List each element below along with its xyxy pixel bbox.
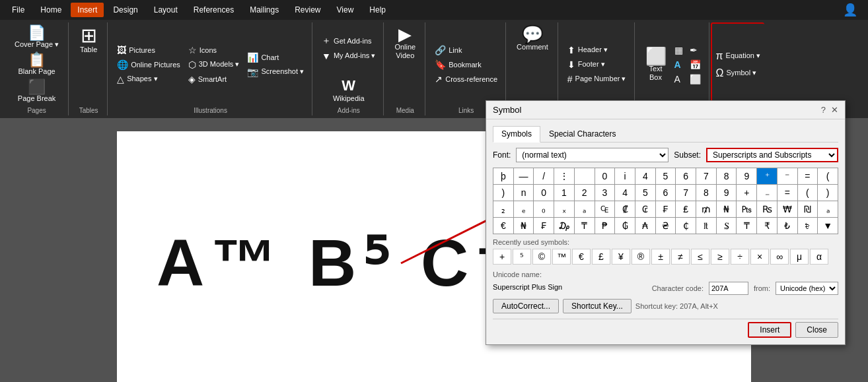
sym-cell[interactable]: ₦: [514, 218, 534, 234]
sym-cell[interactable]: ₋: [757, 185, 777, 201]
menu-view[interactable]: View: [330, 3, 361, 17]
sym-cell[interactable]: ⁻: [778, 168, 797, 184]
sym-cell[interactable]: ₷: [717, 218, 737, 234]
symbol-button[interactable]: ΩSymbol ▾: [713, 66, 764, 80]
cover-page-button[interactable]: 📄Cover Page ▾: [11, 24, 63, 51]
sym-cell[interactable]: 5: [656, 168, 676, 184]
sym-cell[interactable]: ₳: [635, 218, 655, 234]
cross-reference-button[interactable]: ↗Cross-reference: [432, 73, 500, 86]
page-number-button[interactable]: #Page Number ▾: [565, 73, 629, 86]
recent-sym[interactable]: ≤: [691, 249, 709, 265]
autocorrect-button[interactable]: AutoCorrect...: [493, 299, 559, 313]
sym-cell[interactable]: 6: [656, 185, 676, 201]
sym-cell[interactable]: ₯: [554, 218, 574, 234]
menu-home[interactable]: Home: [34, 3, 68, 17]
sym-cell[interactable]: =: [778, 185, 797, 201]
sym-cell[interactable]: (: [818, 168, 838, 184]
link-button[interactable]: 🔗Link: [432, 44, 500, 57]
footer-button[interactable]: ⬇Footer ▾: [565, 58, 629, 71]
smartart-button[interactable]: ◈SmartArt: [186, 73, 242, 86]
sym-cell[interactable]: 7: [676, 185, 696, 201]
sym-cell[interactable]: 4: [635, 168, 655, 184]
sym-cell[interactable]: —: [514, 168, 534, 184]
recent-sym[interactable]: ÷: [731, 249, 749, 265]
sym-cell[interactable]: ₪: [798, 201, 818, 217]
sym-cell[interactable]: ₡: [615, 201, 635, 217]
shortcut-key-button[interactable]: Shortcut Key...: [563, 299, 632, 313]
menu-insert[interactable]: Insert: [71, 3, 104, 17]
dialog-close-button[interactable]: ✕: [831, 105, 838, 115]
sym-cell[interactable]: ₱: [595, 218, 615, 234]
dialog-help-button[interactable]: ?: [821, 105, 826, 115]
sym-cell[interactable]: 6: [676, 168, 696, 184]
sym-cell[interactable]: ₲: [615, 218, 635, 234]
sym-cell[interactable]: 8: [717, 168, 737, 184]
sym-cell[interactable]: =: [798, 168, 818, 184]
sym-cell[interactable]: ₠: [595, 201, 615, 217]
sym-cell[interactable]: ₸: [737, 218, 756, 234]
recent-sym[interactable]: ×: [750, 249, 769, 265]
sym-cell[interactable]: ₐ: [818, 201, 838, 217]
sym-cell[interactable]: 8: [696, 185, 716, 201]
recent-sym[interactable]: ¥: [612, 249, 630, 265]
shapes-button[interactable]: △Shapes ▾: [114, 73, 183, 86]
font-select[interactable]: (normal text): [516, 148, 669, 162]
recent-sym[interactable]: ©: [532, 249, 551, 265]
sym-cell[interactable]: ₴: [656, 218, 676, 234]
recent-sym[interactable]: α: [810, 249, 828, 265]
screenshot-button[interactable]: 📷Screenshot ▾: [244, 65, 307, 79]
sym-cell[interactable]: 9: [737, 168, 756, 184]
online-video-button[interactable]: ▶OnlineVideo: [390, 24, 419, 62]
equation-button[interactable]: πEquation ▾: [713, 49, 764, 63]
from-select[interactable]: Unicode (hex): [776, 282, 838, 295]
sym-cell[interactable]: (: [798, 185, 818, 201]
menu-mailings[interactable]: Mailings: [243, 3, 285, 17]
header-button[interactable]: ⬆Header ▾: [565, 44, 629, 57]
tab-special-characters[interactable]: Special Characters: [540, 126, 624, 142]
menu-design[interactable]: Design: [106, 3, 144, 17]
wikipedia-button[interactable]: WWikipedia: [329, 75, 369, 106]
sym-cell-selected[interactable]: ⁺: [757, 168, 777, 184]
sym-cell[interactable]: ⋮: [554, 168, 574, 184]
sym-cell[interactable]: þ: [493, 168, 513, 184]
menu-help[interactable]: Help: [363, 3, 392, 17]
menu-review[interactable]: Review: [288, 3, 327, 17]
sym-cell[interactable]: ₢: [635, 201, 655, 217]
bookmark-button[interactable]: 🔖Bookmark: [432, 58, 500, 71]
chart-button[interactable]: 📊Chart: [244, 51, 307, 64]
icons-button[interactable]: ☆Icons: [186, 44, 242, 57]
sym-cell[interactable]: ₵: [676, 218, 696, 234]
pictures-button[interactable]: 🖼Pictures: [114, 44, 183, 57]
sym-cell[interactable]: ₓ: [554, 201, 574, 217]
menu-file[interactable]: File: [5, 3, 31, 17]
sym-cell[interactable]: 2: [575, 185, 595, 201]
sym-cell[interactable]: ₹: [757, 218, 777, 234]
sym-cell[interactable]: ₦: [717, 201, 737, 217]
sym-cell[interactable]: ₀: [534, 201, 554, 217]
sym-cell[interactable]: ₶: [696, 218, 716, 234]
recent-sym[interactable]: ≥: [711, 249, 729, 265]
sym-cell[interactable]: ₤: [676, 201, 696, 217]
sym-cell[interactable]: i: [615, 168, 635, 184]
sym-cell[interactable]: ₣: [534, 218, 554, 234]
drop-cap-button[interactable]: A: [672, 73, 686, 86]
recent-sym[interactable]: ™: [552, 249, 571, 265]
sym-cell[interactable]: ₣: [656, 201, 676, 217]
menu-references[interactable]: References: [187, 3, 240, 17]
sym-cell[interactable]: ): [493, 185, 513, 201]
sym-cell[interactable]: ₺: [778, 218, 797, 234]
blank-page-button[interactable]: 📋Blank Page: [14, 51, 59, 78]
sym-cell[interactable]: 0: [534, 185, 554, 201]
sym-cell[interactable]: ): [818, 185, 838, 201]
sym-cell[interactable]: €: [493, 218, 513, 234]
recent-sym[interactable]: £: [592, 249, 610, 265]
tab-symbols[interactable]: Symbols: [493, 126, 540, 143]
text-box-button[interactable]: ⬜TextBox: [641, 46, 670, 84]
recent-sym[interactable]: ±: [651, 249, 670, 265]
char-code-input[interactable]: [709, 282, 748, 295]
sym-cell[interactable]: +: [737, 185, 756, 201]
sym-cell[interactable]: [575, 168, 595, 184]
sym-cell[interactable]: 7: [696, 168, 716, 184]
wordart-button[interactable]: A: [672, 58, 686, 71]
sym-cell[interactable]: ₐ: [575, 201, 595, 217]
